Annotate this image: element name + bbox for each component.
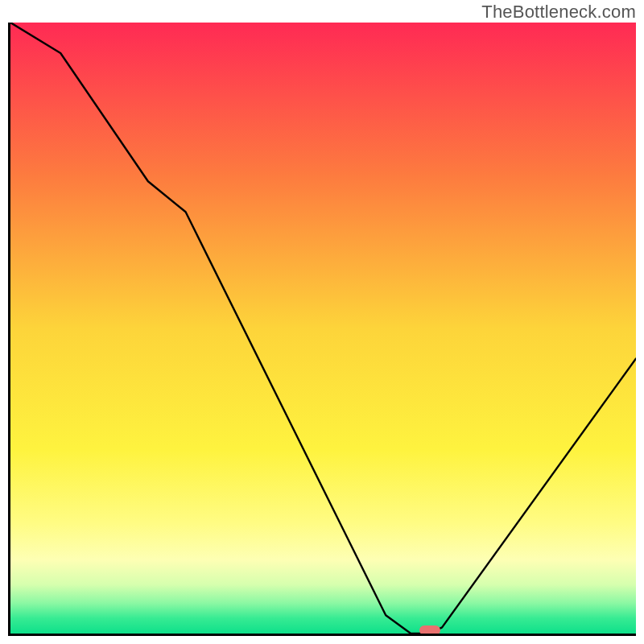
chart-svg xyxy=(10,23,636,634)
chart-plot-area xyxy=(10,23,636,634)
watermark-text: TheBottleneck.com xyxy=(481,2,636,23)
chart-background xyxy=(10,23,636,634)
optimal-marker xyxy=(419,625,440,634)
